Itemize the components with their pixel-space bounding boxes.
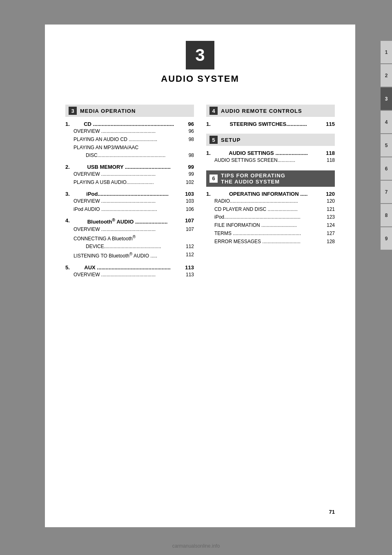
chapter-title: AUDIO SYSTEM (161, 74, 239, 84)
side-tab-1[interactable]: 1 (381, 41, 392, 63)
steering-page: 115 (325, 121, 335, 127)
audio-settings-page: 118 (325, 150, 335, 156)
sub-overview-usb: OVERVIEW ...............................… (74, 171, 194, 178)
toc-item-steering: 1. STEERING SWITCHES.............. 115 (206, 121, 335, 127)
chapter-number-box: 3 (186, 41, 214, 69)
steering-main-row: 1. STEERING SWITCHES.............. 115 (206, 121, 335, 127)
operating-info-label: OPERATING INFORMATION ..... (229, 191, 307, 197)
ipod-main-row: 3. iPod.................................… (65, 191, 194, 197)
ipod-page: 103 (184, 191, 194, 197)
side-tab-6[interactable]: 6 (381, 157, 392, 180)
chapter-header: 3 AUDIO SYSTEM (65, 41, 335, 96)
sub-radio: RADIO...................................… (214, 198, 335, 205)
side-tab-8[interactable]: 8 (381, 204, 392, 226)
bluetooth-main-row: 4. Bluetooth® AUDIO ....................… (65, 217, 194, 225)
cd-label: CD .....................................… (84, 121, 174, 127)
aux-num: 5. (65, 264, 71, 271)
section-5-header: 5 SETUP (206, 134, 335, 146)
side-tab-4[interactable]: 4 (381, 111, 392, 133)
toc-item-bluetooth: 4. Bluetooth® AUDIO ....................… (65, 217, 194, 260)
section-4-badge: 4 (209, 107, 218, 115)
side-tab-7[interactable]: 7 (381, 181, 392, 203)
toc-left-column: 3 MEDIA OPERATION 1. CD ................… (65, 105, 194, 283)
sub-audio-settings-screen: AUDIO SETTINGS SCREEN............. 118 (214, 157, 335, 164)
cd-num: 1. (65, 121, 71, 127)
toc-item-ipod: 3. iPod.................................… (65, 191, 194, 213)
usb-num: 2. (65, 164, 71, 170)
side-tab-3[interactable]: 3 (381, 87, 392, 110)
toc-item-operating-info: 1. OPERATING INFORMATION ..... 120 RADIO… (206, 191, 335, 245)
section-6-title: TIPS FOR OPERATINGTHE AUDIO SYSTEM (221, 172, 285, 185)
sub-ipod-audio: iPod AUDIO .............................… (74, 206, 194, 213)
steering-label: STEERING SWITCHES.............. (229, 121, 307, 127)
ipod-label: iPod....................................… (86, 191, 169, 197)
aux-page: 113 (184, 264, 194, 271)
section-6-badge: 6 (209, 175, 218, 183)
section-6-header: 6 TIPS FOR OPERATINGTHE AUDIO SYSTEM (206, 170, 335, 187)
page-number: 71 (329, 509, 335, 515)
audio-settings-num: 1. (206, 150, 212, 156)
usb-sub-entries: OVERVIEW ...............................… (65, 171, 194, 186)
side-tab-2[interactable]: 2 (381, 64, 392, 87)
cd-sub-entries: OVERVIEW ...............................… (65, 128, 194, 159)
sub-ipod-info: iPod....................................… (214, 214, 335, 221)
aux-sub-entries: OVERVIEW ...............................… (65, 271, 194, 278)
side-tab-9[interactable]: 9 (381, 227, 392, 250)
sub-terms: TERMS ..................................… (214, 230, 335, 237)
sub-file-info: FILE INFORMATION .......................… (214, 222, 335, 229)
operating-info-page: 120 (325, 191, 335, 197)
section-5-title: SETUP (221, 137, 241, 143)
side-tab-5[interactable]: 5 (381, 134, 392, 157)
usb-page: 99 (187, 164, 194, 170)
bluetooth-sub-entries: OVERVIEW ...............................… (65, 226, 194, 260)
sub-playing-audio-cd: PLAYING AN AUDIO CD ....................… (74, 136, 194, 143)
sub-playing-usb: PLAYING A USB AUDIO.................... … (74, 179, 194, 186)
audio-settings-main-row: 1. AUDIO SETTINGS ......................… (206, 150, 335, 156)
bluetooth-label: Bluetooth® AUDIO ...................... (87, 217, 168, 225)
usb-label: USB MEMORY .............................… (87, 164, 170, 170)
section-3-badge: 3 (69, 107, 77, 115)
operating-info-num: 1. (206, 191, 212, 197)
audio-settings-label: AUDIO SETTINGS ...................... (229, 150, 308, 156)
toc-item-audio-settings: 1. AUDIO SETTINGS ......................… (206, 150, 335, 164)
aux-main-row: 5. AUX .................................… (65, 264, 194, 271)
operating-info-main-row: 1. OPERATING INFORMATION ..... 120 (206, 191, 335, 197)
operating-info-sub: RADIO...................................… (206, 198, 335, 245)
toc-item-cd: 1. CD ..................................… (65, 121, 194, 159)
section-4-title: AUDIO REMOTE CONTROLS (221, 108, 302, 114)
main-page: 3 AUDIO SYSTEM 3 MEDIA OPERATION 1. CD .… (45, 25, 355, 527)
bluetooth-num: 4. (65, 217, 71, 225)
steering-num: 1. (206, 121, 212, 127)
aux-label: AUX ....................................… (84, 264, 171, 271)
sub-overview-bt: OVERVIEW ...............................… (74, 226, 194, 233)
ipod-num: 3. (65, 191, 71, 197)
sub-disc: DISC....................................… (74, 152, 194, 159)
toc-right-column: 4 AUDIO REMOTE CONTROLS 1. STEERING SWIT… (206, 105, 335, 283)
sub-overview-ipod: OVERVIEW ...............................… (74, 198, 194, 205)
toc-item-aux: 5. AUX .................................… (65, 264, 194, 278)
section-3-title: MEDIA OPERATION (80, 108, 136, 114)
watermark: carmanualsonline.info (172, 543, 220, 549)
ipod-sub-entries: OVERVIEW ...............................… (65, 198, 194, 213)
bluetooth-page: 107 (184, 217, 194, 225)
section-4-header: 4 AUDIO REMOTE CONTROLS (206, 105, 335, 117)
sub-device-bt: DEVICE..................................… (74, 243, 194, 250)
sub-overview-aux: OVERVIEW ...............................… (74, 271, 194, 278)
usb-main-row: 2. USB MEMORY ..........................… (65, 164, 194, 170)
sub-connecting-bt: CONNECTING A Bluetooth® (74, 234, 194, 242)
section-5-badge: 5 (209, 136, 218, 144)
sub-error-messages: ERROR MESSAGES .........................… (214, 238, 335, 245)
cd-main-row: 1. CD ..................................… (65, 121, 194, 127)
sub-cd-player: CD PLAYER AND DISC .....................… (214, 206, 335, 213)
sub-overview-cd: OVERVIEW ...............................… (74, 128, 194, 135)
sub-listening-bt: LISTENING TO Bluetooth® AUDIO ..... 112 (74, 251, 194, 260)
chapter-number: 3 (195, 45, 205, 65)
cd-page: 96 (187, 121, 194, 127)
toc-columns: 3 MEDIA OPERATION 1. CD ................… (65, 105, 335, 283)
section-3-header: 3 MEDIA OPERATION (65, 105, 194, 117)
sub-playing-mp3: PLAYING AN MP3/WMA/AAC (74, 144, 194, 151)
toc-item-usb: 2. USB MEMORY ..........................… (65, 164, 194, 186)
audio-settings-sub: AUDIO SETTINGS SCREEN............. 118 (206, 157, 335, 164)
side-tabs: 1 2 3 4 5 6 7 8 9 (381, 41, 392, 250)
